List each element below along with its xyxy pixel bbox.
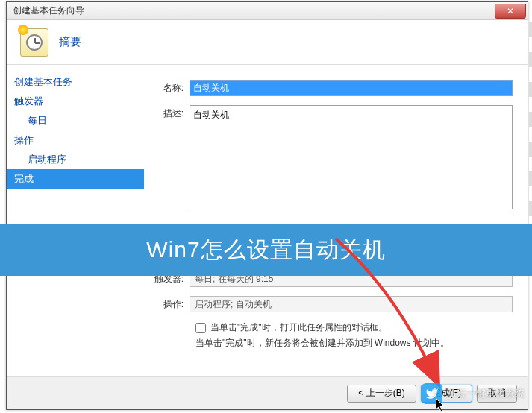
close-button[interactable]: ✕	[495, 4, 526, 19]
close-icon: ✕	[507, 6, 514, 16]
watermark-text-group: 白云一键重装系统	[447, 387, 525, 400]
action-value: 启动程序; 自动关机	[190, 296, 513, 312]
window-title: 创建基本任务向导	[13, 4, 84, 17]
sidebar-item-finish[interactable]: 完成	[7, 169, 144, 189]
wizard-window: 创建基本任务向导 ✕ 摘要 创建基本任务 触发器 每日 操作 启动程序 完成 名…	[6, 1, 528, 410]
back-button[interactable]: < 上一步(B)	[347, 385, 416, 403]
wizard-steps-sidebar: 创建基本任务 触发器 每日 操作 启动程序 完成	[7, 65, 145, 376]
sidebar-item-daily[interactable]: 每日	[7, 111, 144, 130]
background-edge	[529, 22, 532, 246]
action-label: 操作:	[152, 298, 190, 311]
title-bar: 创建基本任务向导 ✕	[7, 2, 528, 20]
watermark-icon	[422, 383, 442, 404]
scheduler-icon	[20, 28, 48, 57]
watermark-text: 白云一键重装系统	[447, 387, 525, 400]
watermark: 白云一键重装系统	[422, 383, 525, 404]
name-input[interactable]	[190, 80, 513, 96]
name-label: 名称:	[152, 82, 190, 95]
sidebar-item-create-task[interactable]: 创建基本任务	[7, 72, 144, 92]
checkbox-label: 当单击"完成"时，打开此任务属性的对话框。	[210, 321, 387, 334]
sidebar-item-action[interactable]: 操作	[7, 130, 144, 150]
page-title: 摘要	[59, 35, 81, 49]
content-area: 创建基本任务 触发器 每日 操作 启动程序 完成 名称: 描述: 触发器: 每日…	[7, 65, 528, 376]
form-area: 名称: 描述: 触发器: 每日; 在每天的 9:15 操作: 启动程序; 自动关…	[145, 65, 528, 376]
desc-label: 描述:	[152, 105, 190, 120]
sidebar-item-start-program[interactable]: 启动程序	[7, 150, 144, 169]
open-properties-checkbox[interactable]	[195, 323, 206, 333]
tutorial-banner: Win7怎么设置自动关机	[0, 224, 532, 276]
sidebar-item-trigger[interactable]: 触发器	[7, 92, 144, 111]
info-text: 当单击"完成"时，新任务将会被创建并添加到 Windows 计划中。	[195, 337, 513, 350]
desc-textarea[interactable]	[190, 105, 513, 209]
tutorial-text: Win7怎么设置自动关机	[146, 235, 385, 265]
wizard-header: 摘要	[7, 20, 528, 65]
